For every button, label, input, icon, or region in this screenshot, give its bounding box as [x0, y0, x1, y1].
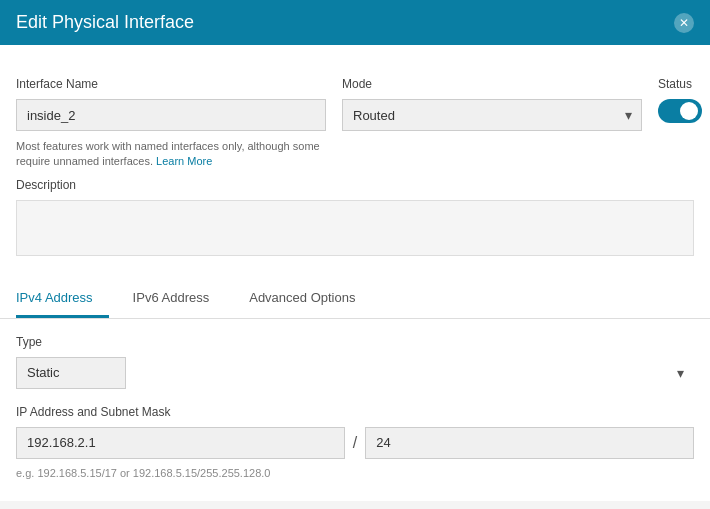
interface-name-label: Interface Name — [16, 77, 326, 91]
tab-ipv6[interactable]: IPv6 Address — [133, 280, 226, 318]
interface-name-input[interactable] — [16, 99, 326, 131]
ip-address-group: IP Address and Subnet Mask / e.g. 192.16… — [16, 405, 694, 479]
tab-ipv4[interactable]: IPv4 Address — [16, 280, 109, 318]
close-icon[interactable]: ✕ — [674, 13, 694, 33]
helper-text: Most features work with named interfaces… — [16, 139, 326, 170]
top-form-row: Interface Name Most features work with n… — [16, 77, 694, 170]
type-group: Type Static DHCP PPPoE — [16, 335, 694, 389]
ip-label: IP Address and Subnet Mask — [16, 405, 694, 419]
toggle-slider — [658, 99, 702, 123]
description-textarea[interactable] — [16, 200, 694, 256]
status-group: Status — [658, 77, 702, 123]
learn-more-link[interactable]: Learn More — [156, 155, 212, 167]
interface-name-group: Interface Name Most features work with n… — [16, 77, 326, 170]
type-select-wrapper: Static DHCP PPPoE — [16, 357, 694, 389]
status-label: Status — [658, 77, 702, 91]
tabs-container: IPv4 Address IPv6 Address Advanced Optio… — [0, 280, 710, 319]
dialog-title: Edit Physical Interface — [16, 12, 194, 33]
ip-hint: e.g. 192.168.5.15/17 or 192.168.5.15/255… — [16, 467, 694, 479]
status-toggle-wrapper — [658, 99, 702, 123]
ipv4-tab-content: Type Static DHCP PPPoE IP Address and Su… — [16, 319, 694, 501]
description-label: Description — [16, 178, 694, 192]
dialog-header: Edit Physical Interface ✕ — [0, 0, 710, 45]
mode-group: Mode Routed Passive Inline Inline Tap Er… — [342, 77, 642, 131]
ip-address-input[interactable] — [16, 427, 345, 459]
description-group: Description — [16, 178, 694, 256]
mode-select[interactable]: Routed Passive Inline Inline Tap Erspan — [342, 99, 642, 131]
type-select[interactable]: Static DHCP PPPoE — [16, 357, 126, 389]
tab-advanced-options[interactable]: Advanced Options — [249, 280, 371, 318]
subnet-mask-input[interactable] — [365, 427, 694, 459]
mode-label: Mode — [342, 77, 642, 91]
mode-select-wrapper: Routed Passive Inline Inline Tap Erspan — [342, 99, 642, 131]
type-label: Type — [16, 335, 694, 349]
slash-divider: / — [353, 434, 357, 452]
main-content: Interface Name Most features work with n… — [0, 45, 710, 501]
ip-row: / — [16, 427, 694, 459]
status-toggle[interactable] — [658, 99, 702, 123]
